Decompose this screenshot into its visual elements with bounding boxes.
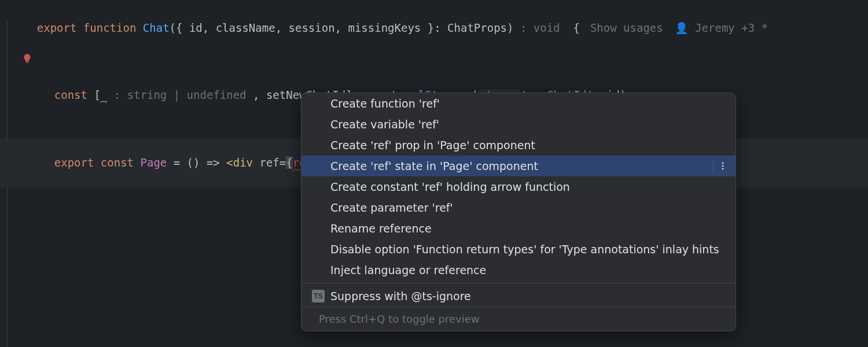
popup-separator <box>301 283 735 283</box>
popup-item-create-prop[interactable]: Create 'ref' prop in 'Page' component <box>301 135 735 156</box>
svg-point-0 <box>722 163 724 164</box>
popup-item-create-state[interactable]: Create 'ref' state in 'Page' component <box>301 156 735 176</box>
keyword-function: function <box>83 21 137 34</box>
svg-point-1 <box>722 165 724 167</box>
brace-open: { <box>286 156 292 169</box>
popup-item-disable-hints[interactable]: Disable option 'Function return types' f… <box>301 239 735 260</box>
type: ChatProps <box>447 21 507 34</box>
inlay-type-hint: : string | undefined <box>107 88 253 101</box>
keyword-const: const <box>54 88 87 101</box>
popup-item-suppress-ts-ignore[interactable]: TS Suppress with @ts-ignore <box>301 286 735 307</box>
ts-icon: TS <box>312 290 325 302</box>
popup-item-create-variable[interactable]: Create variable 'ref' <box>301 114 735 135</box>
popup-item-inject-language[interactable]: Inject language or reference <box>301 260 735 280</box>
const-name: Page <box>141 156 167 169</box>
intention-actions-popup: Create function 'ref' Create variable 'r… <box>301 93 736 331</box>
underscore-var: _ <box>101 88 107 101</box>
more-actions-button[interactable] <box>713 160 724 172</box>
popup-item-create-function[interactable]: Create function 'ref' <box>301 93 735 114</box>
keyword-export: export <box>37 21 77 34</box>
popup-item-rename[interactable]: Rename reference <box>301 218 735 239</box>
inlay-return-hint: : void <box>513 21 567 34</box>
popup-footer-hint: Press Ctrl+Q to toggle preview <box>301 307 735 331</box>
params: id, className, session, missingKeys <box>189 21 421 34</box>
svg-point-2 <box>722 168 724 170</box>
person-icon: 👤 <box>675 21 695 34</box>
code-line-1[interactable]: export function Chat({ id, className, se… <box>0 3 868 53</box>
function-name: Chat <box>143 21 170 34</box>
popup-item-create-parameter[interactable]: Create parameter 'ref' <box>301 197 735 218</box>
blank-line[interactable] <box>0 53 868 71</box>
vertical-dots-icon <box>722 161 724 171</box>
intention-bulb-icon[interactable] <box>22 53 32 64</box>
author-hint[interactable]: 👤 Jeremy +3 * <box>675 21 768 34</box>
usages-hint[interactable]: Show usages <box>590 21 663 34</box>
popup-item-create-constant[interactable]: Create constant 'ref' holding arrow func… <box>301 176 735 197</box>
